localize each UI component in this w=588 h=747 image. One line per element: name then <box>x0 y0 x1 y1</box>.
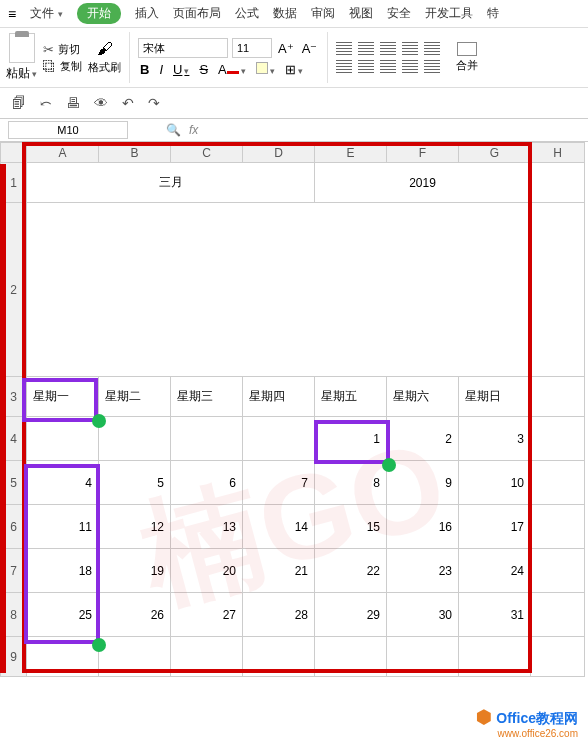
print-icon[interactable]: 🖶 <box>66 95 80 111</box>
cell[interactable]: 星期三 <box>171 377 243 417</box>
cell[interactable]: 2 <box>387 417 459 461</box>
strike-button[interactable]: S <box>197 62 210 77</box>
decrease-font-icon[interactable]: A⁻ <box>300 41 320 56</box>
row-header[interactable]: 5 <box>1 461 27 505</box>
row-header[interactable]: 4 <box>1 417 27 461</box>
cell[interactable] <box>531 461 585 505</box>
increase-font-icon[interactable]: A⁺ <box>276 41 296 56</box>
col-header[interactable]: G <box>459 143 531 163</box>
row-header[interactable]: 7 <box>1 549 27 593</box>
cell[interactable]: 星期二 <box>99 377 171 417</box>
cell[interactable] <box>171 417 243 461</box>
file-menu[interactable]: 文件 <box>30 5 63 22</box>
cell[interactable]: 三月 <box>27 163 315 203</box>
redo-icon[interactable]: ↷ <box>148 95 160 111</box>
cell[interactable]: 19 <box>99 549 171 593</box>
paste-button[interactable]: 粘贴 <box>6 33 37 82</box>
cell[interactable]: 星期日 <box>459 377 531 417</box>
cell[interactable]: 15 <box>315 505 387 549</box>
indent-inc-icon[interactable] <box>424 42 440 56</box>
cell[interactable]: 13 <box>171 505 243 549</box>
cell[interactable] <box>531 637 585 677</box>
cell[interactable] <box>27 417 99 461</box>
underline-button[interactable]: U <box>171 62 191 77</box>
cell[interactable]: 星期五 <box>315 377 387 417</box>
cell[interactable]: 18 <box>27 549 99 593</box>
cell[interactable]: 星期六 <box>387 377 459 417</box>
cell[interactable]: 29 <box>315 593 387 637</box>
row-header[interactable]: 1 <box>1 163 27 203</box>
row-header[interactable]: 9 <box>1 637 27 677</box>
cell[interactable] <box>531 417 585 461</box>
rotate-icon[interactable] <box>424 60 440 74</box>
sheet-table[interactable]: A B C D E F G H 1 三月 2019 2 3 星期一 星期二 星期… <box>0 142 585 677</box>
cell[interactable]: 28 <box>243 593 315 637</box>
copy-button[interactable]: 复制 <box>43 59 82 74</box>
cell[interactable]: 26 <box>99 593 171 637</box>
cell[interactable]: 21 <box>243 549 315 593</box>
cell[interactable] <box>315 637 387 677</box>
cell[interactable]: 4 <box>27 461 99 505</box>
tab-formula[interactable]: 公式 <box>235 5 259 22</box>
cell[interactable]: 1 <box>315 417 387 461</box>
tab-layout[interactable]: 页面布局 <box>173 5 221 22</box>
tab-view[interactable]: 视图 <box>349 5 373 22</box>
cell[interactable] <box>531 203 585 377</box>
cell[interactable] <box>27 637 99 677</box>
select-all-corner[interactable] <box>1 143 27 163</box>
tab-start[interactable]: 开始 <box>77 3 121 24</box>
tab-dev[interactable]: 开发工具 <box>425 5 473 22</box>
tab-review[interactable]: 审阅 <box>311 5 335 22</box>
merge-group[interactable]: 合并 <box>456 32 486 83</box>
format-brush-button[interactable]: 格式刷 <box>88 40 121 75</box>
preview-icon[interactable]: 👁 <box>94 95 108 111</box>
cell[interactable]: 20 <box>171 549 243 593</box>
cell[interactable]: 5 <box>99 461 171 505</box>
font-size-select[interactable] <box>232 38 272 58</box>
align-left-icon[interactable] <box>336 60 352 74</box>
align-center-icon[interactable] <box>358 60 374 74</box>
align-right-icon[interactable] <box>380 60 396 74</box>
cut-button[interactable]: 剪切 <box>43 42 82 57</box>
cell[interactable]: 25 <box>27 593 99 637</box>
cell[interactable] <box>531 593 585 637</box>
cell[interactable] <box>99 637 171 677</box>
tab-data[interactable]: 数据 <box>273 5 297 22</box>
cell[interactable] <box>99 417 171 461</box>
undo-icon[interactable]: ↶ <box>122 95 134 111</box>
cell[interactable]: 27 <box>171 593 243 637</box>
row-header[interactable]: 3 <box>1 377 27 417</box>
qat-icon-2[interactable]: ⤺ <box>40 95 52 111</box>
font-color-button[interactable]: A <box>216 62 248 77</box>
tab-special[interactable]: 特 <box>487 5 499 22</box>
menu-icon[interactable]: ≡ <box>8 6 16 22</box>
cell[interactable]: 3 <box>459 417 531 461</box>
cell[interactable]: 23 <box>387 549 459 593</box>
col-header[interactable]: F <box>387 143 459 163</box>
cell[interactable]: 17 <box>459 505 531 549</box>
row-header[interactable]: 2 <box>1 203 27 377</box>
cell[interactable] <box>531 549 585 593</box>
col-header[interactable]: H <box>531 143 585 163</box>
cell[interactable]: 14 <box>243 505 315 549</box>
bold-button[interactable]: B <box>138 62 151 77</box>
cell[interactable] <box>27 203 531 377</box>
cell[interactable]: 10 <box>459 461 531 505</box>
cell[interactable] <box>243 417 315 461</box>
col-header[interactable]: A <box>27 143 99 163</box>
save-icon[interactable]: 🗐 <box>12 95 26 111</box>
cell[interactable]: 2019 <box>315 163 531 203</box>
italic-button[interactable]: I <box>157 62 165 77</box>
cell[interactable]: 31 <box>459 593 531 637</box>
col-header[interactable]: C <box>171 143 243 163</box>
col-header[interactable]: B <box>99 143 171 163</box>
cell[interactable]: 9 <box>387 461 459 505</box>
row-header[interactable]: 6 <box>1 505 27 549</box>
fx-icon[interactable]: fx <box>189 123 198 137</box>
fill-color-button[interactable] <box>254 62 277 77</box>
cell[interactable]: 星期四 <box>243 377 315 417</box>
col-header[interactable]: E <box>315 143 387 163</box>
cell[interactable] <box>531 163 585 203</box>
name-box[interactable] <box>8 121 128 139</box>
cell[interactable] <box>171 637 243 677</box>
